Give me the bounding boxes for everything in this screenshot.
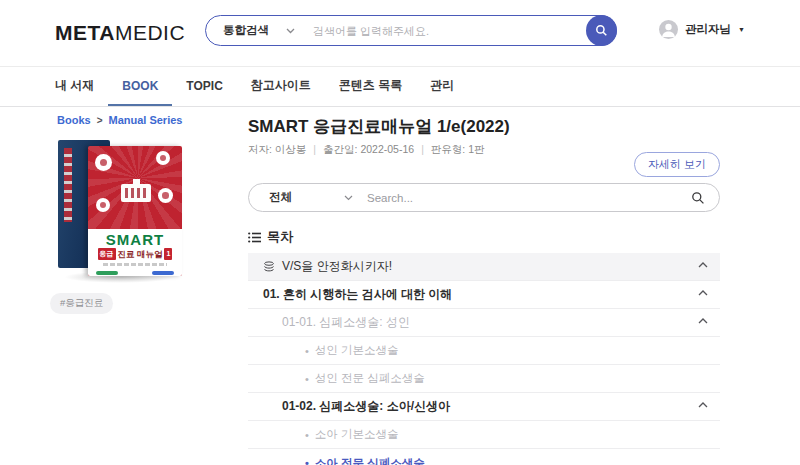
detail-view-button[interactable]: 자세히 보기 — [634, 152, 720, 177]
toc-row-label: 소아 전문 심폐소생술 — [315, 456, 425, 465]
toc-leaf-row[interactable]: • 성인 기본소생술 — [248, 337, 720, 365]
book-sidebar: Books > Manual Series SMART 응급 진료 매뉴얼 — [30, 107, 248, 465]
tab-reference-sites[interactable]: 참고사이트 — [237, 67, 325, 106]
filter-category-label: 전체 — [269, 190, 292, 205]
toc-row-label: 01-01. 심폐소생술: 성인 — [282, 314, 410, 331]
cover-brand-title: SMART — [106, 231, 164, 248]
user-name: 관리자님 — [685, 22, 731, 37]
toc-row-label: 성인 기본소생술 — [315, 343, 399, 358]
toc-subchapter-row[interactable]: 01-01. 심폐소생술: 성인 — [248, 309, 720, 337]
chevron-up-icon[interactable] — [698, 290, 708, 296]
brand-logo[interactable]: METAMEDIC — [55, 21, 185, 45]
cover-title-chip: 응급 — [98, 248, 116, 260]
main-area: Books > Manual Series SMART 응급 진료 매뉴얼 — [0, 107, 800, 465]
toc-header: 목차 — [248, 228, 720, 246]
search-icon[interactable] — [691, 191, 705, 205]
filter-category-dropdown[interactable]: 전체 — [249, 190, 367, 205]
brand-light: MEDIC — [115, 21, 185, 44]
avatar — [659, 20, 678, 39]
chevron-down-icon — [344, 195, 353, 201]
chevron-up-icon[interactable] — [698, 318, 708, 324]
toc-subchapter-row[interactable]: 01-02. 심폐소생술: 소아/신생아 — [248, 393, 720, 421]
toc-row-label: 01-02. 심폐소생술: 소아/신생아 — [282, 398, 450, 415]
toc-filter-bar: 전체 — [248, 183, 720, 212]
page-title: SMART 응급진료매뉴얼 1/e(2022) — [248, 116, 720, 138]
breadcrumb: Books > Manual Series — [57, 114, 248, 126]
toc-leaf-row[interactable]: • 소아 기본소생술 — [248, 421, 720, 449]
search-category-label: 통합검색 — [223, 23, 269, 38]
breadcrumb-series-link[interactable]: Manual Series — [108, 114, 182, 126]
layers-icon — [263, 261, 275, 273]
main-nav: 내 서재 BOOK TOPIC 참고사이트 콘텐츠 목록 관리 — [0, 66, 800, 107]
cover-korean-title: 응급 진료 매뉴얼 1 — [98, 248, 173, 260]
cover-badge — [95, 154, 112, 171]
search-icon — [595, 24, 608, 37]
toc-row-label: 01. 흔히 시행하는 검사에 대한 이해 — [263, 286, 452, 303]
cover-badge — [156, 151, 170, 165]
tab-book[interactable]: BOOK — [108, 67, 172, 106]
cover-badge — [96, 198, 110, 212]
cover-volume-chip: 1 — [164, 248, 172, 260]
book-cover[interactable]: SMART 응급 진료 매뉴얼 1 — [58, 138, 182, 276]
toc-list: V/S을 안정화시키자! 01. 흔히 시행하는 검사에 대한 이해 01-01… — [248, 253, 720, 465]
toc-row-label: 성인 전문 심폐소생술 — [315, 371, 425, 386]
user-menu[interactable]: 관리자님 ▼ — [659, 20, 745, 39]
breadcrumb-books-link[interactable]: Books — [57, 114, 91, 126]
bullet-marker: • — [305, 373, 309, 385]
toc-header-label: 목차 — [267, 228, 293, 246]
book-detail-content: SMART 응급진료매뉴얼 1/e(2022) 저자: 이상봉 출간일: 202… — [248, 107, 720, 465]
toc-leaf-row[interactable]: • 성인 전문 심폐소생술 — [248, 365, 720, 393]
toc-chapter-row[interactable]: 01. 흔히 시행하는 검사에 대한 이해 — [248, 281, 720, 309]
caret-down-icon: ▼ — [738, 26, 745, 33]
book-meta-pubdate: 출간일: 2022-05-16 — [306, 143, 414, 157]
cover-hospital-illustration — [121, 184, 151, 202]
toc-leaf-row-active[interactable]: • 소아 전문 심폐소생술 — [248, 449, 720, 465]
tab-admin[interactable]: 관리 — [416, 67, 468, 106]
toc-search-input[interactable] — [367, 192, 691, 204]
breadcrumb-separator: > — [97, 115, 103, 126]
book-cover-front-volume: SMART 응급 진료 매뉴얼 1 — [88, 146, 182, 276]
cover-subtitle-line — [103, 263, 167, 266]
book-meta-edition: 판유형: 1판 — [414, 143, 484, 157]
list-icon — [248, 232, 261, 243]
toc-row-label: 소아 기본소생술 — [315, 427, 399, 442]
brand-bold: META — [55, 21, 115, 44]
book-meta-author: 저자: 이상봉 — [248, 143, 306, 157]
global-search-bar: 통합검색 — [205, 15, 617, 46]
tag-chip-emergency[interactable]: #응급진료 — [50, 293, 113, 314]
global-search-button[interactable] — [586, 15, 617, 46]
cover-title-band: SMART 응급 진료 매뉴얼 1 — [88, 229, 182, 276]
cover-publisher-logos — [96, 271, 174, 275]
tab-my-library[interactable]: 내 서재 — [41, 67, 108, 106]
person-icon — [659, 20, 678, 39]
toc-row-label: V/S을 안정화시키자! — [282, 258, 392, 275]
global-search-input[interactable] — [305, 25, 616, 37]
cover-title-rest: 진료 매뉴얼 — [118, 249, 163, 259]
tab-content-list[interactable]: 콘텐츠 목록 — [325, 67, 416, 106]
bullet-marker: • — [305, 457, 309, 465]
cover-badge — [158, 188, 173, 203]
search-category-dropdown[interactable]: 통합검색 — [206, 23, 305, 38]
publisher-logo-left — [96, 271, 118, 275]
chevron-up-icon[interactable] — [698, 262, 708, 268]
tab-topic[interactable]: TOPIC — [172, 67, 236, 106]
toc-section-row[interactable]: V/S을 안정화시키자! — [248, 253, 720, 281]
app-header: METAMEDIC 통합검색 관리자님 ▼ — [0, 0, 800, 66]
chevron-up-icon[interactable] — [698, 402, 708, 408]
publisher-logo-right — [152, 271, 174, 275]
bullet-marker: • — [305, 345, 309, 357]
bullet-marker: • — [305, 429, 309, 441]
chevron-down-icon — [286, 28, 295, 34]
